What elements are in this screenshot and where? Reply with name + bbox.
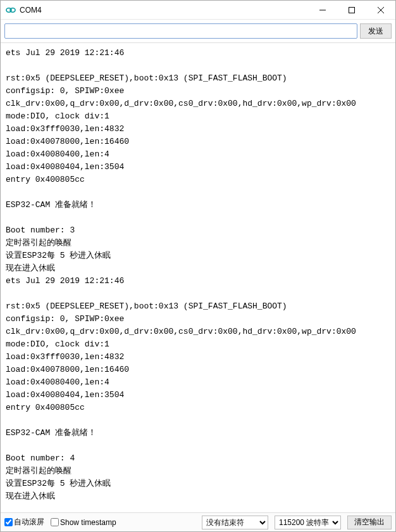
send-button[interactable]: 发送: [360, 23, 392, 39]
statusbar: 自动滚屏 Show timestamp 没有结束符 115200 波特率 清空输…: [1, 512, 395, 531]
serial-monitor-window: COM4 发送 ets Jul 29 2019 12:21:46 rst:0x5…: [0, 0, 396, 532]
arduino-icon: [6, 5, 16, 15]
command-input[interactable]: [4, 23, 357, 39]
timestamp-label-text: Show timestamp: [60, 518, 116, 527]
timestamp-checkbox-label[interactable]: Show timestamp: [51, 518, 116, 527]
console-output[interactable]: ets Jul 29 2019 12:21:46 rst:0x5 (DEEPSL…: [1, 43, 395, 512]
clear-output-button[interactable]: 清空输出: [347, 516, 392, 529]
titlebar: COM4: [1, 1, 395, 20]
timestamp-checkbox[interactable]: [51, 518, 59, 526]
baud-rate-select[interactable]: 115200 波特率: [275, 516, 341, 529]
window-controls: [308, 1, 395, 19]
autoscroll-checkbox[interactable]: [4, 518, 13, 526]
minimize-button[interactable]: [308, 1, 337, 19]
line-ending-select[interactable]: 没有结束符: [202, 516, 268, 529]
autoscroll-checkbox-label[interactable]: 自动滚屏: [4, 517, 44, 528]
svg-rect-3: [349, 7, 355, 13]
input-row: 发送: [1, 20, 395, 43]
maximize-button[interactable]: [337, 1, 366, 19]
autoscroll-label-text: 自动滚屏: [14, 517, 44, 528]
window-title: COM4: [20, 6, 308, 15]
close-button[interactable]: [366, 1, 395, 19]
